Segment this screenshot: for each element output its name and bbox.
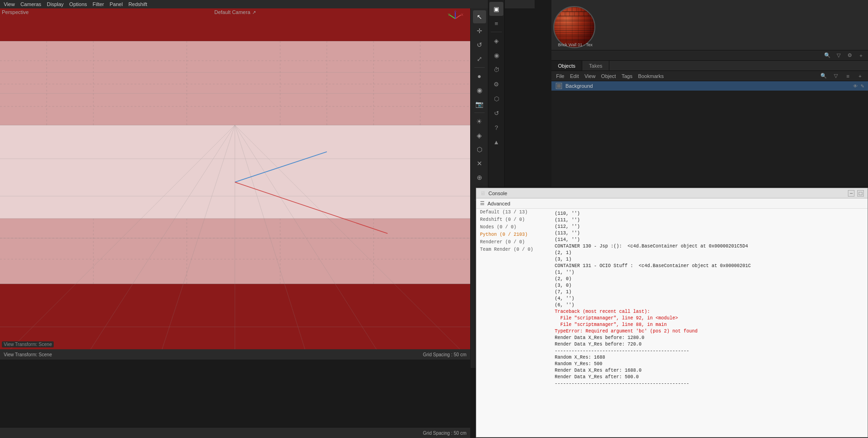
obj-menu-object[interactable]: Object: [599, 73, 618, 79]
objects-menu-bar: File Edit View Object Tags Bookmarks 🔍 ▽…: [551, 71, 868, 81]
tab-takes[interactable]: Takes: [582, 61, 609, 71]
obj-menu-edit[interactable]: Edit: [568, 73, 581, 79]
console-output[interactable]: Default (13 / 13) Redshift (0 / 0) Nodes…: [476, 209, 868, 437]
toolbar-icon-scale[interactable]: ⤢: [473, 52, 486, 65]
background-object-icon: [555, 82, 563, 90]
obj-menu-view[interactable]: View: [583, 73, 598, 79]
console-line-9: (1, ''): [555, 269, 864, 276]
console-line-2: (112, ''): [555, 224, 864, 230]
console-line-26: ----------------------------------------…: [555, 381, 864, 387]
mode-objects[interactable]: ▣: [489, 2, 503, 16]
toolbar-icon-camera[interactable]: 📷: [473, 98, 486, 111]
toolbar-icon-light[interactable]: ☀: [473, 115, 486, 128]
viewport-camera-label: Default Camera ↗: [214, 9, 256, 15]
console-line-3: (113, ''): [555, 230, 864, 237]
stat-renderer: Renderer (0 / 0): [480, 239, 533, 246]
objects-panel-topbar: 🔍 ▽ ⚙ +: [551, 50, 868, 61]
viewport-menu-bar: View Cameras Display Options Filter Pane…: [0, 0, 535, 8]
topbar-filter-icon[interactable]: ▽: [833, 51, 844, 60]
console-line-10: (2, 0): [555, 276, 864, 283]
menu-options[interactable]: Options: [69, 1, 87, 7]
mode-help[interactable]: ?: [489, 120, 503, 134]
topbar-settings-icon[interactable]: ⚙: [845, 51, 855, 60]
toolbar-icon-move[interactable]: ✛: [473, 24, 486, 37]
menu-panel[interactable]: Panel: [110, 1, 123, 7]
mode-takes[interactable]: ≡: [489, 16, 503, 30]
toolbar-icon-primitive[interactable]: ⬡: [473, 143, 486, 156]
console-line-8: CONTAINER 131 - OCIO Stuff : <c4d.BaseCo…: [555, 263, 864, 269]
scene-band-light-bot: [0, 219, 470, 284]
objects-layers-icon[interactable]: ≡: [843, 72, 853, 80]
scene-band-center: [0, 125, 470, 219]
menu-display[interactable]: Display: [47, 1, 64, 7]
menu-redshift[interactable]: Redshift: [128, 1, 147, 7]
console-line-14: (6, ''): [555, 302, 864, 309]
console-line-15: Traceback (most recent call last):: [555, 309, 864, 315]
console-line-6: (2, 1): [555, 250, 864, 256]
mode-anim[interactable]: ⏱: [489, 63, 503, 77]
viewport-3d[interactable]: Perspective Default Camera ↗ X Y Z View …: [0, 0, 470, 360]
console-titlebar: 🖥 Console − □: [476, 188, 868, 198]
toolbar-icon-material[interactable]: ◉: [473, 84, 486, 97]
console-line-7: (3, 1): [555, 256, 864, 263]
objects-list: Background 👁 ✎: [551, 81, 868, 187]
view-transform-label: View Transform: Scene: [2, 341, 54, 347]
bottom-grid-spacing: Grid Spacing : 50 cm: [423, 352, 466, 357]
console-toolbar: ☰ Advanced: [476, 198, 868, 209]
material-preview-sphere[interactable]: [553, 6, 595, 48]
mode-script[interactable]: ⬡: [489, 92, 503, 106]
menu-filter[interactable]: Filter: [92, 1, 104, 7]
camera-name: Default Camera: [214, 9, 250, 15]
menu-view[interactable]: View: [4, 1, 15, 7]
mode-attributes[interactable]: ◈: [489, 34, 503, 48]
toolbar-icon-render[interactable]: ●: [473, 70, 486, 83]
objects-add-icon[interactable]: +: [855, 72, 865, 80]
menu-cameras[interactable]: Cameras: [21, 1, 42, 7]
objects-panel: 🔍 ▽ ⚙ + Objects Takes File Edit View Obj…: [551, 50, 868, 187]
console-maximize-button[interactable]: □: [857, 190, 864, 197]
axis-indicator: X Y Z: [447, 10, 464, 27]
console-window: 🖥 Console − □ ☰ Advanced Default (13 / 1…: [476, 188, 868, 438]
console-line-11: (3, 0): [555, 283, 864, 289]
objects-item-background[interactable]: Background 👁 ✎: [551, 81, 868, 91]
mode-layer[interactable]: ↺: [489, 106, 503, 120]
topbar-add-icon[interactable]: +: [856, 51, 866, 60]
console-line-1: (111, ''): [555, 217, 864, 224]
console-line-17: File "scriptmanager", line 88, in main: [555, 322, 864, 328]
mode-render[interactable]: ⚙: [489, 77, 503, 91]
console-line-20: Render Data Y_Res before: 720.0: [555, 341, 864, 348]
toolbar-separator-2: [474, 113, 485, 113]
topbar-search-icon[interactable]: 🔍: [822, 51, 833, 60]
console-line-18: TypeError: Required argument 'bc' (pos 2…: [555, 328, 864, 335]
objects-filter-icon[interactable]: ▽: [831, 72, 841, 80]
background-lock-icon[interactable]: ✎: [861, 84, 864, 89]
console-line-22: Random X_Res: 1688: [555, 354, 864, 361]
viewport-bottom-bar: View Transform: Scene Grid Spacing : 50 …: [0, 349, 470, 360]
svg-line-36: [455, 15, 461, 19]
svg-rect-43: [557, 84, 561, 88]
svg-text:Y: Y: [448, 13, 451, 17]
console-line-5: CONTAINER 130 - Jsp :(): <c4d.BaseContai…: [555, 243, 864, 250]
console-line-23: Random Y_Res: 500: [555, 361, 864, 367]
toolbar-icon-spline[interactable]: ◈: [473, 129, 486, 142]
toolbar-separator-1: [474, 67, 485, 68]
obj-menu-file[interactable]: File: [554, 73, 566, 79]
tab-objects[interactable]: Objects: [551, 61, 582, 71]
stat-python: Python (0 / 2103): [480, 231, 533, 239]
obj-menu-bookmarks[interactable]: Bookmarks: [636, 73, 665, 79]
scene-band-dark-bot: [0, 284, 470, 360]
obj-menu-tags[interactable]: Tags: [620, 73, 634, 79]
console-hamburger-icon[interactable]: ☰: [480, 200, 485, 206]
toolbar-icon-rotate[interactable]: ↺: [473, 38, 486, 51]
stat-teamrender: Team Render (0 / 0): [480, 246, 533, 254]
toolbar-icon-null[interactable]: ✕: [473, 157, 486, 170]
brick-texture-svg: [554, 7, 594, 47]
mode-extra[interactable]: ▲: [489, 135, 503, 149]
toolbar-icon-pointer[interactable]: ↖: [473, 10, 486, 23]
background-visibility-icon[interactable]: 👁: [853, 84, 858, 89]
console-line-19: Render Data X_Res before: 1280.0: [555, 335, 864, 341]
toolbar-icon-deformer[interactable]: ⊕: [473, 171, 486, 184]
mode-material[interactable]: ◉: [489, 48, 503, 62]
objects-search-icon[interactable]: 🔍: [819, 72, 829, 80]
console-minimize-button[interactable]: −: [848, 190, 854, 197]
